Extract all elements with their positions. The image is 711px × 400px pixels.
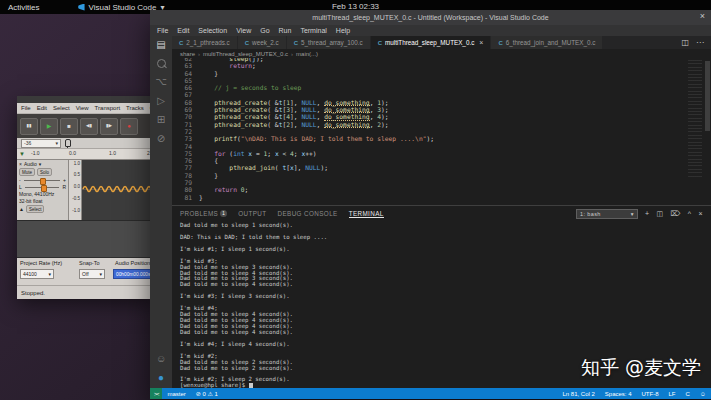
- source-control-icon[interactable]: ⌥: [155, 77, 167, 87]
- menu-item-edit[interactable]: Edit: [177, 27, 189, 34]
- panel-tab-problems[interactable]: PROBLEMS1: [180, 210, 227, 217]
- more-actions-icon[interactable]: ⋯: [696, 38, 704, 47]
- problems-status[interactable]: ⊘ 0 ⚠ 1: [191, 390, 223, 397]
- audacity-menu-item-edit[interactable]: Edit: [37, 105, 47, 111]
- eol-status[interactable]: LF: [664, 391, 681, 397]
- audacity-menu-item-transport[interactable]: Transport: [95, 105, 120, 111]
- encoding-status[interactable]: UTF-8: [637, 391, 664, 397]
- solo-button[interactable]: Solo: [37, 168, 52, 176]
- menu-item-run[interactable]: Run: [279, 27, 292, 34]
- breadcrumb[interactable]: share›multiThread_sleep_MUTEX_0.c›main(.…: [172, 49, 711, 58]
- editor-tab-bar: C2_1_pthreads.cCweek_2.cC5_thread_array_…: [172, 36, 711, 49]
- microphone-icon[interactable]: [65, 139, 71, 147]
- waveform-area[interactable]: [82, 160, 155, 220]
- editor-tab[interactable]: C5_thread_array_100.c: [287, 36, 371, 49]
- language-status[interactable]: C: [681, 391, 695, 397]
- panel-tab-output[interactable]: OUTPUT: [238, 210, 266, 217]
- split-editor-icon[interactable]: ◫: [681, 38, 689, 47]
- remote-indicator[interactable]: ><: [150, 388, 162, 399]
- gain-slider[interactable]: [24, 180, 60, 181]
- menu-item-selection[interactable]: Selection: [198, 27, 227, 34]
- maximize-panel-icon[interactable]: ^: [688, 210, 692, 217]
- timeline-ruler[interactable]: ▼ -1.00.01.02.0: [17, 149, 155, 160]
- recording-level-dropdown[interactable]: -36 ▾: [21, 139, 61, 148]
- menu-item-file[interactable]: File: [157, 27, 168, 34]
- audacity-titlebar[interactable]: [17, 96, 155, 103]
- pan-knob[interactable]: [41, 185, 47, 192]
- breadcrumb-segment[interactable]: multiThread_sleep_MUTEX_0.c: [203, 51, 288, 57]
- run-debug-icon[interactable]: ▷: [157, 96, 165, 106]
- audacity-menu-item-tracks[interactable]: Tracks: [126, 105, 144, 111]
- editor-scrollbar[interactable]: [704, 58, 711, 205]
- snap-to-value: Off: [82, 271, 89, 277]
- vscode-titlebar[interactable]: multiThread_sleep_MUTEX_0.c - Untitled (…: [150, 10, 711, 25]
- menu-item-view[interactable]: View: [236, 27, 251, 34]
- audio-position-field[interactable]: 00h00m00.000s: [113, 269, 152, 279]
- cursor-position-status[interactable]: Ln 81, Col 2: [557, 391, 599, 397]
- stop-button[interactable]: ■: [60, 118, 78, 135]
- menu-item-terminal[interactable]: Terminal: [300, 27, 326, 34]
- code-token: );: [320, 164, 328, 171]
- audacity-menu-item-select[interactable]: Select: [53, 105, 70, 111]
- tab-label: week_2.c: [252, 39, 279, 46]
- scrollbar-thumb[interactable]: [705, 61, 710, 131]
- code-token: [199, 113, 214, 120]
- code-editor[interactable]: 62 sleep(j);63 return;64 }6566 // j = se…: [172, 58, 711, 205]
- pause-button[interactable]: ▮▮: [20, 118, 38, 135]
- breadcrumb-segment[interactable]: main(...): [296, 51, 318, 57]
- indentation-status[interactable]: Spaces: 4: [600, 391, 637, 397]
- close-panel-icon[interactable]: ×: [699, 210, 704, 217]
- split-terminal-icon[interactable]: ◫: [656, 210, 663, 218]
- kill-terminal-icon[interactable]: ⌦: [671, 210, 681, 218]
- snap-to-dropdown[interactable]: Off▾: [79, 269, 105, 279]
- extensions-icon[interactable]: ⊞: [157, 115, 165, 125]
- branch-status[interactable]: master: [162, 391, 190, 397]
- panel-tab-terminal[interactable]: TERMINAL: [349, 210, 384, 217]
- track-close-icon[interactable]: ×: [19, 161, 22, 167]
- panel-tab-debug-console[interactable]: DEBUG CONSOLE: [278, 210, 338, 217]
- feedback-status[interactable]: ☺: [695, 391, 711, 397]
- code-token: NULL: [305, 164, 320, 171]
- profile-icon[interactable]: ●: [158, 373, 164, 383]
- new-terminal-icon[interactable]: +: [645, 210, 650, 217]
- track-menu-caret-icon[interactable]: ▾: [39, 161, 42, 167]
- select-track-button[interactable]: Select: [26, 205, 45, 213]
- pan-slider[interactable]: [25, 187, 60, 188]
- close-tab-icon[interactable]: ×: [479, 39, 483, 46]
- line-number: 69: [172, 106, 199, 113]
- project-rate-dropdown[interactable]: 44100▾: [20, 269, 54, 279]
- code-line: 77 pthread_join( t[x], NULL);: [172, 164, 689, 171]
- window-close-icon[interactable]: ×: [700, 11, 705, 21]
- minimap[interactable]: [688, 60, 702, 178]
- code-line: 70 pthread_create( &t[4], NULL, do_somet…: [172, 113, 689, 120]
- code-token: );: [381, 99, 389, 106]
- code-token: ,: [317, 106, 325, 113]
- editor-tab[interactable]: CmultiThread_sleep_MUTEX_0.c×: [371, 36, 492, 49]
- mute-button[interactable]: Mute: [19, 168, 35, 176]
- play-button[interactable]: ▶: [40, 118, 58, 135]
- menu-item-go[interactable]: Go: [260, 27, 269, 34]
- editor-tab[interactable]: C6_thread_join_and_MUTEX_0.c: [491, 36, 603, 49]
- explorer-icon[interactable]: ▤: [156, 40, 165, 50]
- search-icon[interactable]: [157, 59, 166, 68]
- skip-to-end-button[interactable]: ▮▶: [100, 118, 118, 135]
- account-icon[interactable]: ☺: [156, 354, 166, 364]
- collapse-track-icon[interactable]: ▲: [19, 206, 24, 212]
- track-title[interactable]: Audio: [24, 161, 37, 167]
- code-token: for: [214, 150, 225, 157]
- remote-explorer-icon[interactable]: ⊘: [157, 134, 165, 144]
- editor-tab[interactable]: Cweek_2.c: [238, 36, 287, 49]
- terminal-shell-dropdown[interactable]: 1: bash ▾: [576, 209, 638, 219]
- gain-knob[interactable]: [40, 178, 46, 185]
- menu-item-help[interactable]: Help: [336, 27, 350, 34]
- audacity-window: FileEditSelectViewTransportTracksGenerat…: [17, 96, 155, 296]
- activities-button[interactable]: Activities: [8, 3, 40, 12]
- editor-tab[interactable]: C2_1_pthreads.c: [172, 36, 238, 49]
- audacity-menu-item-view[interactable]: View: [76, 105, 89, 111]
- ruler-tick-label: 0.0: [69, 150, 76, 156]
- audio-position-label: Audio Position: [115, 260, 150, 266]
- skip-to-start-button[interactable]: ◀▮: [80, 118, 98, 135]
- record-button[interactable]: ●: [120, 118, 138, 135]
- breadcrumb-segment[interactable]: share: [180, 51, 195, 57]
- audacity-menu-item-file[interactable]: File: [21, 105, 31, 111]
